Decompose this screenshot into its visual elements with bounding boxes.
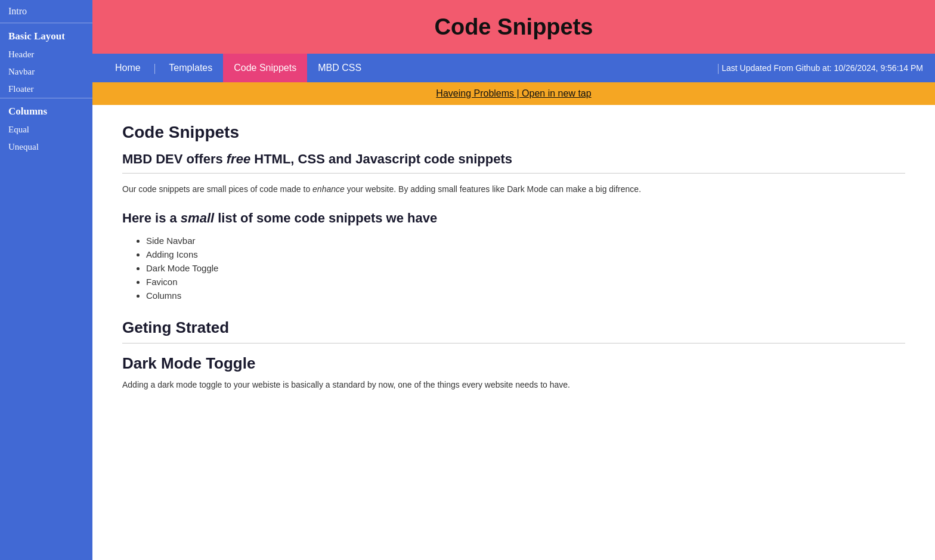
desc-italic: enhance (312, 184, 345, 194)
desc-suffix: your website. By adding small features l… (345, 184, 641, 194)
nav-mbd-css[interactable]: MBD CSS (307, 54, 372, 82)
list-heading-prefix: Here is a (122, 211, 181, 225)
nav-templates[interactable]: Templates (158, 54, 223, 82)
sidebar-section-basic-layout: Basic Layout (0, 23, 92, 46)
sidebar-item-navbar[interactable]: Navbar (0, 63, 92, 81)
dark-mode-description: Adding a dark mode toggle to your webist… (122, 380, 905, 389)
alert-bar: Haveing Problems | Open in new tap (92, 82, 935, 105)
sidebar: Intro Basic Layout Header Navbar Floater… (0, 0, 92, 560)
sidebar-item-intro[interactable]: Intro (0, 0, 92, 23)
dark-mode-desc-text: Adding a dark mode toggle to your webist… (122, 380, 570, 389)
desc-prefix: Our code snippets are small pices of cod… (122, 184, 312, 194)
intro-heading-suffix: HTML, CSS and Javascript code snippets (250, 151, 512, 166)
alert-link[interactable]: Haveing Problems | Open in new tap (436, 88, 591, 98)
section-divider-1 (122, 173, 905, 174)
list-item: Columns (146, 290, 905, 301)
intro-heading-italic: free (227, 151, 250, 166)
content-list-heading: Here is a small list of some code snippe… (122, 211, 905, 226)
hero-title: Code Snippets (434, 14, 593, 40)
getting-started-heading: Geting Strated (122, 318, 905, 337)
nav-last-updated: Last Updated From Github at: 10/26/2024,… (722, 63, 923, 73)
sidebar-item-unequal[interactable]: Unequal (0, 138, 92, 156)
section-divider-2 (122, 343, 905, 344)
sidebar-item-header[interactable]: Header (0, 46, 92, 63)
dark-mode-heading: Dark Mode Toggle (122, 354, 905, 373)
nav-divider-2: | (715, 62, 722, 75)
sidebar-item-floater[interactable]: Floater (0, 81, 92, 98)
list-item: Dark Mode Toggle (146, 263, 905, 273)
sidebar-section-columns: Columns (0, 98, 92, 121)
list-item: Side Navbar (146, 236, 905, 246)
list-heading-italic: small (181, 211, 214, 225)
hero-banner: Code Snippets (92, 0, 935, 54)
content-intro-heading: MBD DEV offers free HTML, CSS and Javasc… (122, 151, 905, 167)
list-item: Favicon (146, 277, 905, 287)
snippets-list: Side Navbar Adding Icons Dark Mode Toggl… (146, 236, 905, 301)
intro-heading-prefix: MBD DEV offers (122, 151, 227, 166)
list-item: Adding Icons (146, 249, 905, 259)
main-content: Code Snippets MBD DEV offers free HTML, … (92, 105, 935, 560)
content-page-title: Code Snippets (122, 123, 905, 142)
content-description: Our code snippets are small pices of cod… (122, 184, 905, 194)
main-area: Code Snippets Home | Templates Code Snip… (92, 0, 935, 560)
sidebar-item-equal[interactable]: Equal (0, 121, 92, 138)
nav-divider-1: | (151, 62, 159, 75)
nav-code-snippets[interactable]: Code Snippets (223, 54, 307, 82)
nav-home[interactable]: Home (104, 54, 151, 82)
top-navbar: Home | Templates Code Snippets MBD CSS |… (92, 54, 935, 82)
list-heading-suffix: list of some code snippets we have (214, 211, 437, 225)
